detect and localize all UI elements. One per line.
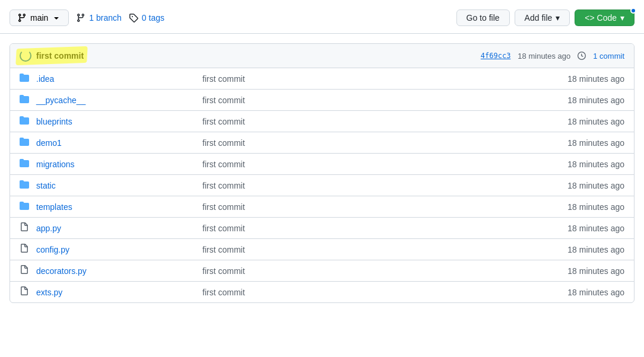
table-row: __pycache__ first commit 18 minutes ago (10, 90, 634, 111)
file-time: 18 minutes ago (529, 160, 624, 169)
branches-link[interactable]: 1 branch (89, 13, 121, 23)
file-commit: first commit (202, 266, 529, 276)
table-row: demo1 first commit 18 minutes ago (10, 132, 634, 154)
commit-count-link[interactable]: 1 commit (593, 52, 624, 60)
table-row: templates first commit 18 minutes ago (10, 196, 634, 218)
table-row: app.py first commit 18 minutes ago (10, 218, 634, 239)
folder-icon (20, 180, 31, 191)
file-icon (20, 265, 31, 276)
branch-icon (17, 13, 27, 23)
table-row: blueprints first commit 18 minutes ago (10, 111, 634, 132)
file-time: 18 minutes ago (529, 224, 624, 233)
file-commit: first commit (202, 181, 529, 190)
file-commit: first commit (202, 245, 529, 254)
file-name[interactable]: config.py (36, 245, 202, 254)
folder-icon (20, 94, 31, 106)
table-row: decorators.py first commit 18 minutes ag… (10, 260, 634, 282)
file-commit: first commit (202, 288, 529, 297)
file-time: 18 minutes ago (529, 181, 624, 190)
code-button[interactable]: <> Code ▾ (575, 9, 635, 26)
commit-hash-link[interactable]: 4f69cc3 (481, 52, 511, 60)
branch-count: 1 branch (76, 13, 121, 23)
chevron-down-icon (52, 13, 61, 23)
file-time: 18 minutes ago (529, 202, 624, 212)
file-name[interactable]: exts.py (36, 288, 202, 297)
add-file-dropdown-icon: ▾ (556, 13, 560, 23)
file-commit: first commit (202, 202, 529, 212)
clock-icon (578, 52, 586, 60)
file-icon (20, 222, 31, 234)
file-commit: first commit (202, 117, 529, 126)
file-list: .idea first commit 18 minutes ago __pyca… (10, 68, 634, 302)
add-file-label: Add file (525, 13, 553, 23)
tags-count: 0 tags (129, 13, 164, 23)
repo-header: first commit 4f69cc3 18 minutes ago 1 co… (10, 44, 634, 68)
file-name[interactable]: .idea (36, 74, 202, 84)
file-time: 18 minutes ago (529, 95, 624, 105)
file-time: 18 minutes ago (529, 245, 624, 254)
folder-icon (20, 116, 31, 127)
folder-icon (20, 158, 31, 170)
branch-name: main (30, 13, 48, 23)
file-name[interactable]: static (36, 181, 202, 190)
notification-badge (630, 8, 636, 14)
folder-icon (20, 201, 31, 212)
table-row: .idea first commit 18 minutes ago (10, 68, 634, 90)
file-name[interactable]: app.py (36, 224, 202, 233)
file-commit: first commit (202, 74, 529, 84)
loading-spinner (20, 50, 31, 62)
file-commit: first commit (202, 138, 529, 148)
repo-header-left: first commit (20, 50, 84, 62)
file-time: 18 minutes ago (529, 266, 624, 276)
toolbar-left: main 1 branch 0 tags (9, 9, 164, 26)
file-time: 18 minutes ago (529, 288, 624, 297)
file-name[interactable]: migrations (36, 160, 202, 169)
branch-selector[interactable]: main (9, 9, 69, 26)
commit-time: 18 minutes ago (518, 52, 570, 60)
folder-icon (20, 73, 31, 84)
folder-icon (20, 137, 31, 148)
add-file-button[interactable]: Add file ▾ (515, 9, 570, 26)
tags-link[interactable]: 0 tags (142, 13, 164, 23)
file-commit: first commit (202, 95, 529, 105)
repo-container: first commit 4f69cc3 18 minutes ago 1 co… (0, 34, 644, 313)
toolbar-right: Go to file Add file ▾ <> Code ▾ (456, 9, 635, 26)
code-label: <> Code (585, 13, 617, 23)
file-time: 18 minutes ago (529, 117, 624, 126)
file-time: 18 minutes ago (529, 138, 624, 148)
header-commit-message: first commit (36, 51, 84, 60)
repo-box: first commit 4f69cc3 18 minutes ago 1 co… (9, 43, 635, 303)
table-row: exts.py first commit 18 minutes ago (10, 282, 634, 302)
go-to-file-button[interactable]: Go to file (456, 9, 510, 26)
file-icon (20, 244, 31, 255)
file-name[interactable]: __pycache__ (36, 95, 202, 105)
table-row: static first commit 18 minutes ago (10, 175, 634, 196)
file-name[interactable]: demo1 (36, 138, 202, 148)
file-time: 18 minutes ago (529, 74, 624, 84)
code-dropdown-icon: ▾ (620, 13, 624, 23)
tag-icon (129, 13, 138, 23)
table-row: migrations first commit 18 minutes ago (10, 154, 634, 175)
file-commit: first commit (202, 224, 529, 233)
file-commit: first commit (202, 160, 529, 169)
repo-header-right: 4f69cc3 18 minutes ago 1 commit (481, 52, 624, 60)
table-row: config.py first commit 18 minutes ago (10, 239, 634, 260)
branch-count-icon (76, 13, 85, 23)
file-name[interactable]: templates (36, 202, 202, 212)
file-name[interactable]: blueprints (36, 117, 202, 126)
file-name[interactable]: decorators.py (36, 266, 202, 276)
file-icon (20, 286, 31, 298)
